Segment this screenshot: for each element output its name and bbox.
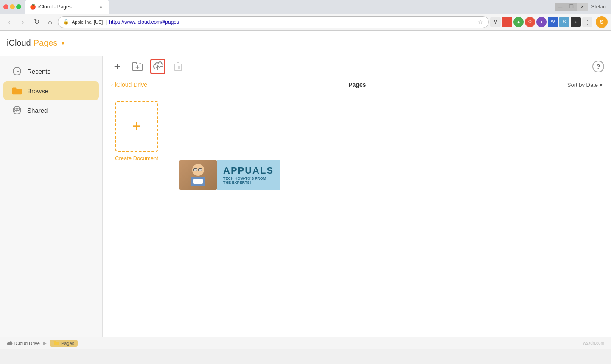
active-tab[interactable]: 🍎 iCloud - Pages ×	[25, 0, 109, 14]
svg-point-4	[15, 108, 17, 111]
create-plus-icon: +	[132, 117, 141, 135]
ext-icon-8[interactable]: ↓	[571, 17, 581, 27]
new-document-btn[interactable]: +	[109, 59, 125, 74]
tab-title: iCloud - Pages	[38, 4, 95, 10]
sidebar-item-recents[interactable]: Recents	[3, 62, 99, 81]
sort-arrow-icon: ▾	[600, 82, 603, 88]
url-text: https://www.icloud.com/#pages	[109, 19, 475, 25]
svg-text:+: +	[139, 61, 141, 66]
create-document-label: Create Document	[115, 155, 158, 161]
breadcrumb-back-link[interactable]: ‹ iCloud Drive	[111, 81, 147, 88]
app-header: iCloud Pages ▼	[0, 31, 611, 56]
user-badge[interactable]: S	[596, 16, 608, 28]
address-bar[interactable]: 🔒 Apple Inc. [US] | https://www.icloud.c…	[58, 16, 489, 28]
win-close-btn[interactable]: ×	[577, 3, 588, 11]
address-divider: |	[105, 19, 107, 25]
user-name: Stefan	[591, 4, 606, 10]
pages-app-name: Pages	[34, 38, 58, 48]
maximize-window-btn[interactable]	[16, 4, 21, 9]
lock-icon: 🔒	[63, 19, 69, 25]
ext-icon-6[interactable]: W	[548, 17, 558, 27]
recents-icon	[12, 66, 22, 76]
delete-btn[interactable]	[171, 59, 186, 74]
shared-icon	[12, 105, 22, 115]
ext-icon-1[interactable]: V	[490, 17, 501, 27]
sidebar-item-shared[interactable]: Shared	[3, 101, 99, 119]
ext-icon-4[interactable]: O	[525, 17, 535, 27]
app-dropdown-arrow[interactable]: ▼	[60, 40, 66, 47]
ext-icon-9[interactable]: ⋮	[582, 17, 592, 27]
site-info: Apple Inc. [US]	[72, 19, 103, 25]
win-minimize-btn[interactable]: ─	[555, 3, 566, 11]
help-btn[interactable]: ?	[592, 61, 604, 72]
ext-icon-3[interactable]: ●	[513, 17, 524, 27]
upload-btn[interactable]	[150, 59, 165, 74]
status-cloud-drive: iCloud Drive	[7, 341, 40, 346]
sidebar-browse-label: Browse	[27, 87, 48, 94]
reload-btn[interactable]: ↻	[31, 16, 42, 28]
document-grid: + Create Document	[103, 92, 611, 337]
sidebar-recents-label: Recents	[27, 68, 50, 75]
watermark-title: APPUALS	[223, 165, 274, 176]
sidebar-shared-label: Shared	[27, 107, 48, 114]
watermark-mascot	[179, 160, 217, 190]
status-arrow-icon: ▶	[43, 341, 47, 345]
create-document-thumbnail[interactable]: +	[115, 101, 158, 152]
sort-btn[interactable]: Sort by Date ▾	[567, 82, 603, 88]
icloud-brand: iCloud	[7, 38, 31, 48]
home-btn[interactable]: ⌂	[44, 16, 56, 28]
svg-point-3	[13, 106, 21, 114]
status-icloud-drive-label: iCloud Drive	[14, 341, 40, 346]
app-title: iCloud Pages ▼	[7, 38, 66, 48]
status-folder: Pages	[50, 340, 78, 347]
ext-icon-2[interactable]: !	[502, 17, 512, 27]
svg-point-5	[17, 108, 20, 111]
breadcrumb-current: Pages	[150, 81, 565, 88]
create-document-card[interactable]: + Create Document	[111, 101, 162, 161]
tab-close-btn[interactable]: ×	[98, 3, 104, 10]
extensions-area: V ! ● O ● W S ↓ ⋮	[490, 17, 592, 27]
tab-favicon: 🍎	[30, 4, 36, 10]
ext-icon-7[interactable]: S	[559, 17, 569, 27]
forward-nav-btn[interactable]: ›	[17, 16, 29, 28]
main-toolbar: + +	[103, 56, 611, 77]
browse-folder-icon	[12, 86, 22, 96]
new-folder-btn[interactable]: +	[130, 59, 145, 74]
breadcrumb-back-label: iCloud Drive	[115, 81, 147, 88]
close-window-btn[interactable]	[3, 4, 8, 9]
back-nav-btn[interactable]: ‹	[3, 16, 15, 28]
site-attribution: wsxdn.com	[583, 341, 604, 345]
watermark-text: APPUALS TECH HOW-TO'S FROM THE EXPERTS!	[217, 160, 280, 190]
win-restore-btn[interactable]: ❐	[566, 3, 577, 11]
back-arrow-icon: ‹	[111, 81, 113, 88]
minimize-window-btn[interactable]	[10, 4, 15, 9]
status-pages-label: Pages	[61, 341, 74, 346]
watermark-subtitle: TECH HOW-TO'S FROM	[223, 176, 274, 181]
ext-icon-5[interactable]: ●	[536, 17, 547, 27]
star-icon[interactable]: ☆	[478, 19, 483, 25]
sidebar: Recents Browse	[0, 56, 103, 337]
watermark-subtitle2: THE EXPERTS!	[223, 181, 274, 185]
breadcrumb-bar: ‹ iCloud Drive Pages Sort by Date ▾	[103, 77, 611, 92]
sort-label: Sort by Date	[567, 82, 598, 88]
watermark-overlay: APPUALS TECH HOW-TO'S FROM THE EXPERTS!	[179, 160, 280, 190]
status-bar: iCloud Drive ▶ Pages wsxdn.com	[0, 337, 611, 349]
sidebar-item-browse[interactable]: Browse	[3, 81, 99, 100]
